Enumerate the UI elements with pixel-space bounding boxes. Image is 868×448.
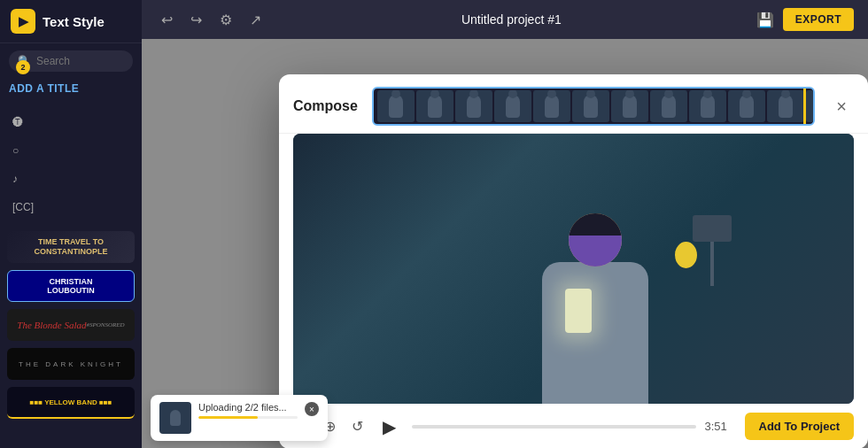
filmstrip-frame: [377, 90, 415, 122]
top-bar-right: 💾 EXPORT: [756, 8, 854, 31]
filmstrip-frame: [650, 90, 687, 122]
filmstrip-frame: [533, 90, 570, 122]
sidebar-icons: 🅣 ○ ♪ [CC]: [0, 102, 142, 228]
upload-thumbnail: [159, 402, 191, 434]
compose-modal: Compose: [279, 74, 868, 448]
style-card-christian[interactable]: CHRISTIANLOUBOUTIN: [7, 270, 135, 302]
sidebar-header: ▶ Text Style: [0, 0, 142, 43]
filmstrip-playhead: [803, 89, 806, 124]
filmstrip-frame: [767, 90, 804, 122]
settings-button[interactable]: ⚙: [214, 8, 237, 32]
rotate-button[interactable]: ↺: [348, 414, 367, 438]
upload-progress-bar: [198, 416, 298, 419]
bg-equipment-stand: [710, 215, 714, 286]
filmstrip-frame: [728, 90, 765, 122]
badge-count: 2: [16, 60, 30, 74]
style-label: CHRISTIANLOUBOUTIN: [47, 277, 95, 295]
filmstrip-frame: [416, 90, 453, 122]
style-label: TIME TRAVEL TOCONSTANTINOPLE: [35, 237, 108, 257]
sidebar-icon-cc[interactable]: [CC]: [0, 194, 142, 220]
add-to-project-button[interactable]: Add To Project: [745, 413, 854, 440]
upload-thumb-figure: [170, 410, 181, 426]
filmstrip-frame: [572, 90, 609, 122]
controls-bar: ⊖ ⊕ ↺ ▶ 3:51 Add To Project: [279, 404, 868, 448]
modal-close-button[interactable]: ×: [829, 94, 854, 119]
style-label: THE DARK KNIGHT: [19, 360, 123, 368]
top-bar: ↩ ↪ ⚙ ↗ Untitled project #1 💾 EXPORT: [142, 0, 868, 39]
canvas-area: Help Compose: [142, 39, 868, 448]
person-head: [569, 213, 622, 266]
progress-bar[interactable]: [412, 425, 696, 429]
search-input[interactable]: [36, 55, 124, 67]
style-label: ■■■ YELLOW BAND ■■■: [30, 398, 112, 406]
filmstrip[interactable]: [372, 87, 815, 126]
filmstrip-frame: [455, 90, 492, 122]
modal-title: Compose: [293, 98, 358, 114]
cc-icon: [CC]: [12, 201, 34, 213]
upload-info: Uploading 2/2 files...: [198, 402, 298, 419]
video-container: [293, 134, 854, 404]
bg-yellow-element: [675, 242, 697, 268]
play-button[interactable]: ▶: [383, 416, 396, 437]
filmstrip-frames: [374, 89, 813, 124]
project-title: Untitled project #1: [461, 12, 562, 27]
logo-icon: ▶: [11, 9, 35, 34]
style-label-main: The Blonde Salad: [17, 320, 86, 330]
undo-button[interactable]: ↩: [156, 8, 178, 32]
top-bar-left: ↩ ↪ ⚙ ↗: [156, 8, 267, 32]
shape-icon: ○: [12, 144, 19, 157]
person-body: [542, 262, 648, 404]
style-card-yellow-band[interactable]: ■■■ YELLOW BAND ■■■: [7, 387, 135, 419]
filmstrip-frame: [806, 90, 813, 122]
sidebar-icon-music[interactable]: ♪: [0, 166, 142, 192]
save-icon[interactable]: 💾: [756, 12, 774, 28]
person-hair: [569, 231, 622, 266]
style-card-time-travel[interactable]: TIME TRAVEL TOCONSTANTINOPLE: [7, 231, 135, 263]
modal-header: Compose: [279, 74, 868, 134]
music-icon: ♪: [12, 173, 18, 185]
export-button[interactable]: EXPORT: [783, 8, 854, 31]
upload-text: Uploading 2/2 files...: [198, 402, 298, 413]
sidebar: ▶ Text Style 🔍 ADD A TITLE 2 🅣 ○ ♪ [CC] …: [0, 0, 142, 448]
filmstrip-frame: [611, 90, 648, 122]
add-title-button[interactable]: ADD A TITLE: [9, 82, 133, 95]
text-style-icon: 🅣: [12, 116, 23, 128]
sidebar-title: Text Style: [43, 14, 105, 29]
style-label-sub: #SPONSORED: [87, 321, 125, 328]
main-area: ↩ ↪ ⚙ ↗ Untitled project #1 💾 EXPORT Hel…: [142, 0, 868, 448]
sidebar-icon-text[interactable]: 🅣: [0, 109, 142, 135]
upload-progress-fill: [198, 416, 258, 419]
sidebar-icon-shape[interactable]: ○: [0, 137, 142, 164]
redo-button[interactable]: ↪: [185, 8, 207, 32]
style-card-blonde-salad[interactable]: The Blonde Salad #SPONSORED: [7, 309, 135, 341]
upload-notification: Uploading 2/2 files... ×: [151, 395, 328, 441]
filmstrip-frame: [494, 90, 531, 122]
share-button[interactable]: ↗: [244, 8, 267, 32]
time-display: 3:51: [705, 420, 736, 433]
person-figure: [542, 213, 648, 404]
phone-glow: [565, 289, 592, 333]
upload-close-button[interactable]: ×: [305, 402, 319, 416]
filmstrip-frame: [689, 90, 726, 122]
modal-overlay: Compose: [142, 39, 868, 448]
style-card-dark-knight[interactable]: THE DARK KNIGHT: [7, 348, 135, 380]
